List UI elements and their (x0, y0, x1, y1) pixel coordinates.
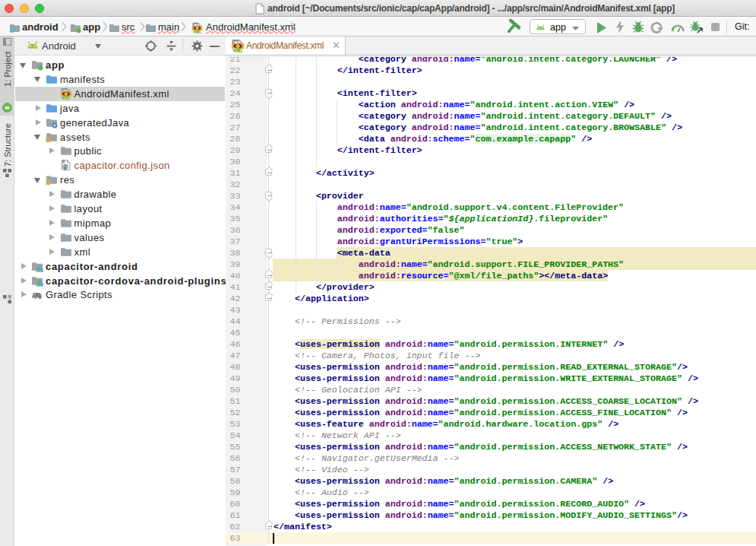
svg-text:{}: {} (62, 165, 69, 171)
